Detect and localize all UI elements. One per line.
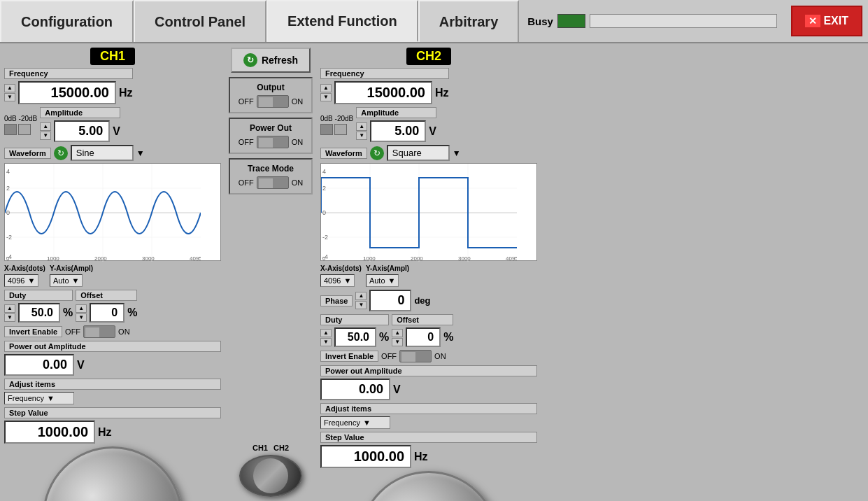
- ch2-duty-down[interactable]: ▼: [320, 338, 332, 346]
- ch1-waveform-select[interactable]: Sine: [71, 145, 134, 161]
- ch2-adjust-select[interactable]: Frequency ▼: [320, 416, 390, 429]
- ch2-invert-toggle[interactable]: [399, 350, 432, 362]
- ch2-slider-box[interactable]: [320, 124, 353, 135]
- ch1-amp-up[interactable]: ▲: [40, 122, 51, 131]
- ch1-frequency-spinner[interactable]: ▲ ▼: [4, 84, 15, 101]
- ch2-phase-down[interactable]: ▼: [355, 301, 367, 309]
- ch2-phase-value[interactable]: 0: [369, 290, 411, 311]
- ch2-slider-seg1[interactable]: [320, 124, 333, 135]
- ch2-duty-label: Duty: [320, 314, 389, 325]
- tab-arbitrary[interactable]: Arbitrary: [418, 0, 519, 42]
- ch1-amp-down[interactable]: ▼: [40, 132, 51, 140]
- ch2-amplitude-spinner[interactable]: ▲ ▼: [356, 122, 367, 140]
- ch1-slider-seg2[interactable]: [18, 124, 31, 135]
- ch1-xaxis-arrow[interactable]: ▼: [27, 276, 35, 285]
- output-toggle[interactable]: [257, 95, 289, 108]
- tab-configuration[interactable]: Configuration: [0, 0, 134, 42]
- ch2-yaxis-arrow[interactable]: ▼: [388, 276, 396, 285]
- ch2-invert-toggle-inner: [401, 352, 415, 362]
- ch1-freq-up[interactable]: ▲: [4, 84, 15, 92]
- ch1-step-value[interactable]: 1000.00: [4, 421, 95, 444]
- ch2-offset-spinner[interactable]: ▲ ▼: [392, 329, 403, 346]
- ch1-yaxis-arrow[interactable]: ▼: [72, 276, 80, 285]
- ch2-duty-up[interactable]: ▲: [320, 329, 332, 337]
- ch2-offset-label: Offset: [392, 314, 453, 325]
- ch1-wf-refresh-icon[interactable]: ↻: [54, 146, 68, 160]
- ch2-amp-down[interactable]: ▼: [356, 132, 367, 140]
- ch2-phase-up[interactable]: ▲: [355, 292, 367, 300]
- ch1-duty-down[interactable]: ▼: [4, 313, 15, 322]
- ch1-invert-toggle[interactable]: [83, 325, 115, 338]
- ch2-select-label: CH2: [273, 444, 289, 452]
- ch2-amp-up[interactable]: ▲: [356, 122, 367, 131]
- exit-button[interactable]: ✕ EXIT: [791, 6, 862, 36]
- ch2-amplitude-value[interactable]: 5.00: [370, 120, 426, 142]
- ch2-phase-spinner[interactable]: ▲ ▼: [355, 292, 367, 309]
- ch2-offset-down[interactable]: ▼: [392, 338, 403, 346]
- tab-control-panel[interactable]: Control Panel: [134, 0, 266, 42]
- ch2-slider-seg2[interactable]: [334, 124, 347, 135]
- ch1-slider-seg1[interactable]: [4, 124, 17, 135]
- ch1-slider-box[interactable]: [4, 124, 37, 135]
- ch2-freq-down[interactable]: ▼: [320, 93, 332, 101]
- ch2-power-amp-label: Power out Amplitude: [320, 365, 537, 376]
- power-out-title: Power Out: [250, 123, 292, 133]
- ch2-waveform-select[interactable]: Square: [387, 145, 450, 161]
- busy-indicator: [557, 14, 585, 28]
- ch1-offset-up[interactable]: ▲: [76, 304, 87, 313]
- ch2-xaxis-arrow[interactable]: ▼: [343, 276, 351, 285]
- exit-label: EXIT: [823, 15, 848, 27]
- svg-text:3000: 3000: [458, 255, 471, 262]
- ch2-yaxis-select[interactable]: Auto ▼: [366, 274, 399, 287]
- ch2-offset-unit: %: [443, 331, 453, 344]
- ch1-frequency-value[interactable]: 15000.00: [18, 81, 116, 104]
- ch2-wf-refresh-icon[interactable]: ↻: [370, 146, 384, 160]
- power-out-toggle[interactable]: [257, 136, 289, 148]
- ch2-freq-up[interactable]: ▲: [320, 84, 332, 92]
- ch1-freq-down[interactable]: ▼: [4, 93, 15, 101]
- ch-select-knob[interactable]: [239, 455, 302, 497]
- ch1-adjust-arrow[interactable]: ▼: [47, 394, 55, 402]
- ch2-duty-spinner[interactable]: ▲ ▼: [320, 329, 332, 346]
- ch2-wf-dropdown-arrow[interactable]: ▼: [453, 148, 461, 158]
- ch2-phase-row: Phase ▲ ▼ 0 deg: [320, 290, 537, 311]
- ch1-yaxis-select[interactable]: Auto ▼: [50, 274, 83, 287]
- ch1-select-label: CH1: [252, 444, 268, 452]
- ch2-adjust-arrow[interactable]: ▼: [363, 418, 371, 427]
- ch1-offset-down[interactable]: ▼: [76, 313, 87, 322]
- ch2-xaxis-label: X-Axis(dots): [320, 264, 362, 272]
- ch1-offset-spinner[interactable]: ▲ ▼: [76, 304, 87, 322]
- ch2-frequency-spinner[interactable]: ▲ ▼: [320, 84, 332, 101]
- ch2-yaxis-group: Y-Axis(Ampl) Auto ▼: [366, 264, 409, 287]
- ch1-amplitude-spinner[interactable]: ▲ ▼: [40, 122, 51, 140]
- ch1-duty-spinner[interactable]: ▲ ▼: [4, 304, 15, 322]
- ch1-xaxis-select[interactable]: 4096 ▼: [4, 274, 38, 287]
- ch2-adjust-group: Adjust items Frequency ▼: [320, 403, 537, 429]
- ch2-duty-value[interactable]: 50.0: [334, 327, 376, 347]
- ch1-amplitude-value[interactable]: 5.00: [54, 120, 110, 142]
- ch1-power-amp-value[interactable]: 0.00: [4, 354, 74, 376]
- ch1-wf-dropdown-arrow[interactable]: ▼: [136, 148, 145, 158]
- ch2-power-amp-value[interactable]: 0.00: [320, 379, 390, 400]
- trace-mode-toggle[interactable]: [257, 176, 289, 189]
- ch2-offset-value[interactable]: 0: [406, 327, 441, 347]
- svg-text:0: 0: [322, 255, 326, 262]
- ch2-knob[interactable]: [359, 471, 499, 501]
- ch2-invert-on-label: ON: [434, 352, 446, 360]
- ch2-step-value[interactable]: 1000.00: [320, 445, 411, 468]
- ch2-xaxis-select[interactable]: 4096 ▼: [320, 274, 355, 287]
- ch1-knob[interactable]: [43, 446, 183, 501]
- ch-select-area: CH1 CH2: [239, 444, 302, 497]
- ch2-offset-up[interactable]: ▲: [392, 329, 403, 337]
- ch1-duty-offset-row: Duty ▲ ▼ 50.0 % Offset ▲ ▼ 0: [4, 290, 221, 323]
- ch1-duty-up[interactable]: ▲: [4, 304, 15, 313]
- ch1-adjust-select[interactable]: Frequency ▼: [4, 392, 74, 404]
- ch2-duty-unit: %: [379, 331, 389, 344]
- ch1-duty-value[interactable]: 50.0: [18, 303, 60, 323]
- ch1-invert-label: Invert Enable: [4, 326, 62, 337]
- ch1-offset-value[interactable]: 0: [90, 303, 124, 323]
- svg-text:3000: 3000: [142, 255, 155, 262]
- tab-extend-function[interactable]: Extend Function: [266, 0, 418, 42]
- refresh-button[interactable]: ↻ Refresh: [231, 48, 311, 73]
- ch2-frequency-value[interactable]: 15000.00: [334, 81, 432, 104]
